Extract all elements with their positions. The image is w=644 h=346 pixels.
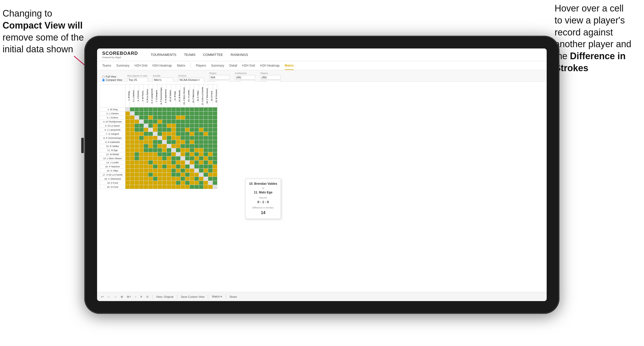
matrix-cell[interactable] xyxy=(190,140,194,144)
compact-view-input[interactable] xyxy=(102,79,105,81)
matrix-cell[interactable] xyxy=(162,181,167,185)
matrix-cell[interactable] xyxy=(213,120,217,124)
matrix-cell[interactable] xyxy=(144,165,148,169)
share-button[interactable]: Share xyxy=(229,295,237,298)
matrix-cell[interactable] xyxy=(167,173,171,177)
matrix-cell[interactable] xyxy=(125,156,130,160)
matrix-cell[interactable] xyxy=(167,177,171,181)
matrix-cell[interactable] xyxy=(208,148,213,152)
matrix-cell[interactable] xyxy=(148,181,153,185)
matrix-cell[interactable] xyxy=(148,152,153,156)
matrix-cell[interactable] xyxy=(148,185,153,189)
matrix-cell[interactable] xyxy=(208,128,213,132)
matrix-cell[interactable] xyxy=(190,120,194,124)
matrix-cell[interactable] xyxy=(176,173,181,177)
matrix-cell[interactable] xyxy=(185,107,190,112)
matrix-cell[interactable] xyxy=(181,144,185,148)
matrix-cell[interactable] xyxy=(208,181,213,185)
matrix-cell[interactable] xyxy=(162,132,167,136)
matrix-cell[interactable] xyxy=(135,173,139,177)
matrix-cell[interactable] xyxy=(162,148,167,152)
subnav-h2h-grid2[interactable]: H2H Grid xyxy=(242,62,255,70)
matrix-cell[interactable] xyxy=(199,144,204,148)
matrix-cell[interactable] xyxy=(190,136,194,140)
matrix-cell[interactable] xyxy=(181,128,185,132)
matrix-cell[interactable] xyxy=(176,116,181,120)
matrix-cell[interactable] xyxy=(162,144,167,148)
matrix-cell[interactable] xyxy=(148,160,153,165)
matrix-cell[interactable] xyxy=(181,169,185,173)
matrix-cell[interactable] xyxy=(171,169,176,173)
matrix-cell[interactable] xyxy=(153,148,158,152)
matrix-cell[interactable] xyxy=(167,156,171,160)
matrix-cell[interactable] xyxy=(167,124,171,128)
matrix-cell[interactable] xyxy=(199,156,204,160)
conference-select-1[interactable]: (All) xyxy=(235,75,255,80)
matrix-cell[interactable] xyxy=(125,120,130,124)
matrix-cell[interactable] xyxy=(158,128,162,132)
matrix-cell[interactable] xyxy=(167,181,171,185)
matrix-cell[interactable] xyxy=(153,177,158,181)
matrix-cell[interactable] xyxy=(208,173,213,177)
matrix-cell[interactable] xyxy=(167,165,171,169)
matrix-cell[interactable] xyxy=(167,120,171,124)
matrix-cell[interactable] xyxy=(176,177,181,181)
matrix-cell[interactable] xyxy=(194,185,199,189)
matrix-cell[interactable] xyxy=(194,124,199,128)
matrix-cell[interactable] xyxy=(158,107,162,112)
matrix-cell[interactable] xyxy=(125,107,130,112)
matrix-cell[interactable] xyxy=(148,132,153,136)
matrix-cell[interactable] xyxy=(153,128,158,132)
matrix-cell[interactable] xyxy=(181,116,185,120)
back-button[interactable]: ← xyxy=(107,295,110,299)
matrix-cell[interactable] xyxy=(194,177,199,181)
matrix-cell[interactable] xyxy=(213,156,217,160)
matrix-cell[interactable] xyxy=(176,136,181,140)
subnav-h2h-heatmap2[interactable]: H2H Heatmap xyxy=(260,62,279,70)
matrix-cell[interactable] xyxy=(176,132,181,136)
matrix-cell[interactable] xyxy=(153,152,158,156)
matrix-cell[interactable] xyxy=(208,185,213,189)
matrix-cell[interactable] xyxy=(148,173,153,177)
matrix-cell[interactable] xyxy=(208,116,213,120)
matrix-cell[interactable] xyxy=(194,136,199,140)
matrix-cell[interactable] xyxy=(148,156,153,160)
matrix-cell[interactable] xyxy=(194,156,199,160)
matrix-cell[interactable] xyxy=(199,173,204,177)
matrix-cell[interactable] xyxy=(125,152,130,156)
matrix-cell[interactable] xyxy=(171,116,176,120)
zoom-out-button[interactable]: − xyxy=(135,295,136,299)
matrix-cell[interactable] xyxy=(153,160,158,165)
matrix-cell[interactable] xyxy=(144,136,148,140)
matrix-cell[interactable] xyxy=(199,116,204,120)
matrix-cell[interactable] xyxy=(167,112,171,116)
matrix-cell[interactable] xyxy=(130,116,135,120)
matrix-cell[interactable] xyxy=(171,136,176,140)
matrix-cell[interactable] xyxy=(204,128,208,132)
matrix-cell[interactable] xyxy=(139,112,144,116)
matrix-cell[interactable] xyxy=(130,181,135,185)
matrix-cell[interactable] xyxy=(185,148,190,152)
matrix-cell[interactable] xyxy=(162,136,167,140)
matrix-cell[interactable] xyxy=(125,112,130,116)
matrix-cell[interactable] xyxy=(171,132,176,136)
matrix-cell[interactable] xyxy=(125,165,130,169)
matrix-cell[interactable] xyxy=(204,173,208,177)
matrix-cell[interactable] xyxy=(162,177,167,181)
matrix-cell[interactable] xyxy=(130,124,135,128)
matrix-cell[interactable] xyxy=(171,107,176,112)
matrix-cell[interactable] xyxy=(144,152,148,156)
matrix-cell[interactable] xyxy=(213,107,217,112)
matrix-cell[interactable] xyxy=(176,124,181,128)
matrix-cell[interactable] xyxy=(208,160,213,165)
matrix-cell[interactable] xyxy=(158,181,162,185)
matrix-cell[interactable] xyxy=(185,112,190,116)
matrix-cell[interactable] xyxy=(148,128,153,132)
matrix-cell[interactable] xyxy=(185,160,190,165)
matrix-cell[interactable] xyxy=(167,169,171,173)
matrix-cell[interactable] xyxy=(162,107,167,112)
matrix-cell[interactable] xyxy=(204,140,208,144)
matrix-cell[interactable] xyxy=(158,140,162,144)
matrix-cell[interactable] xyxy=(194,107,199,112)
matrix-cell[interactable] xyxy=(190,181,194,185)
